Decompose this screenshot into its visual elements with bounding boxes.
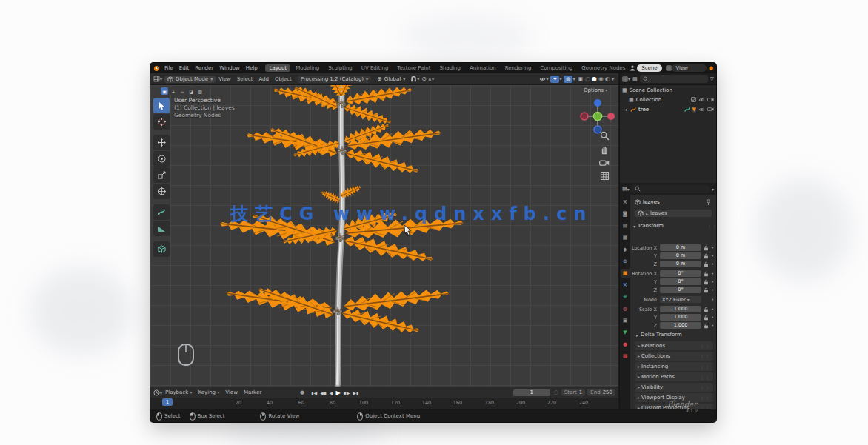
proportional-falloff-icon[interactable]: ∧▾ (428, 76, 434, 82)
workspace-tab-geometry-nodes[interactable]: Geometry Nodes (578, 64, 629, 72)
camera-icon[interactable] (707, 107, 714, 112)
section-collections[interactable]: ▸ Collections⋮⋮ (635, 352, 713, 361)
select-mode-extend[interactable]: + (170, 87, 177, 95)
tab-texture[interactable]: ▩ (621, 352, 630, 361)
workspace-tab-rendering[interactable]: Rendering (501, 64, 535, 72)
eye-icon[interactable] (698, 98, 705, 102)
lock-icon[interactable] (704, 279, 709, 285)
pin-icon[interactable] (706, 199, 711, 206)
camera-view-icon[interactable] (599, 159, 610, 167)
properties-options-icon[interactable]: ▾ (712, 187, 714, 192)
scene-selector[interactable]: Scene (637, 64, 661, 72)
outliner-row-tree[interactable]: ▸ tree ▼ (620, 104, 716, 114)
shading-rendered-icon[interactable]: ◐ (605, 76, 610, 82)
section-visibility[interactable]: ▸ Visibility⋮⋮ (635, 383, 713, 392)
decorator-dot[interactable]: • (711, 307, 714, 312)
scale-x-field[interactable]: 1.000 (660, 306, 701, 312)
eye-icon[interactable] (698, 107, 705, 112)
lock-icon[interactable] (704, 253, 709, 259)
camera-icon[interactable] (707, 97, 714, 102)
workspace-tab-modeling[interactable]: Modeling (292, 64, 323, 72)
rotation-x-field[interactable]: 0° (660, 270, 701, 277)
tool-scale[interactable] (153, 167, 170, 183)
lock-icon[interactable] (704, 245, 709, 251)
outliner-search-input[interactable] (640, 75, 708, 83)
tab-output[interactable]: ▤ (621, 221, 630, 230)
tab-tool[interactable]: ⚒ (621, 198, 630, 207)
tool-add-cube[interactable] (153, 241, 170, 257)
lock-icon[interactable] (704, 287, 709, 293)
menu-add[interactable]: Add (256, 76, 272, 82)
timeline-editor-icon[interactable]: ▾ (153, 389, 162, 396)
jump-to-start-button[interactable]: ▮◀ (310, 390, 318, 395)
frame-end-field[interactable]: End250 (587, 389, 615, 396)
new-view-layer-icon[interactable]: ● (709, 65, 713, 71)
shading-solid-icon[interactable]: ● (592, 76, 597, 82)
show-gizmo-icon[interactable]: ✦ (550, 76, 559, 83)
decorator-dot[interactable]: • (711, 271, 714, 277)
viewport-3d[interactable]: ▣ + − ◪ ▥ User Perspective (1) Collectio… (150, 85, 618, 387)
object-data-path[interactable]: ▸ leaves (635, 210, 712, 217)
zoom-icon[interactable] (599, 131, 610, 141)
snap-magnet-icon[interactable]: ▾ (410, 76, 419, 82)
workspace-tab-animation[interactable]: Animation (466, 64, 500, 72)
scale-z-field[interactable]: 1.000 (660, 322, 701, 329)
section-instancing[interactable]: ▸ Instancing⋮⋮ (635, 362, 713, 371)
auto-key-icon[interactable]: ● (300, 389, 304, 395)
rotation-z-field[interactable]: 0° (660, 287, 701, 293)
menu-help[interactable]: Help (243, 65, 261, 71)
menu-playback[interactable]: Playback ▾ (162, 389, 195, 395)
tool-cursor[interactable] (153, 114, 170, 130)
properties-search-input[interactable] (632, 185, 710, 193)
decorator-dot[interactable]: • (711, 315, 714, 321)
jump-to-end-button[interactable]: ▶▮ (352, 390, 359, 395)
xray-toggle-icon[interactable]: ▣ (578, 76, 583, 82)
tab-material[interactable]: ● (621, 340, 630, 349)
menu-edit[interactable]: Edit (176, 65, 193, 71)
menu-render[interactable]: Render (192, 65, 216, 71)
menu-object[interactable]: Object (272, 76, 295, 82)
tool-annotate[interactable] (153, 204, 170, 220)
object-visibility-icon[interactable]: ▾ (539, 76, 548, 81)
lock-icon[interactable] (704, 307, 709, 312)
location-x-field[interactable]: 0 m (660, 244, 701, 251)
shading-material-icon[interactable]: ◉ (598, 76, 604, 82)
scale-y-field[interactable]: 1.000 (660, 314, 701, 321)
lock-icon[interactable] (704, 271, 709, 277)
workspace-tab-shading[interactable]: Shading (436, 64, 464, 72)
select-mode-set[interactable]: ▣ (161, 87, 168, 95)
section-motion-paths[interactable]: ▸ Motion Paths⋮⋮ (635, 372, 713, 381)
outliner-filter-mode-icon[interactable]: ▤ (632, 76, 638, 82)
tab-render[interactable]: ◙ (621, 210, 630, 218)
menu-view-timeline[interactable]: View (222, 389, 241, 395)
navigation-gizmo[interactable] (577, 96, 618, 137)
menu-file[interactable]: File (161, 65, 176, 71)
location-z-field[interactable]: 0 m (660, 261, 701, 267)
transform-panel-header[interactable]: ▾Transform (633, 223, 664, 229)
play-reverse-button[interactable]: ◀ (329, 390, 334, 395)
workspace-tab-compositing[interactable]: Compositing (536, 64, 576, 72)
workspace-tab-texture-paint[interactable]: Texture Paint (393, 64, 434, 72)
workspace-tab-layout[interactable]: Layout (265, 64, 290, 72)
tool-move[interactable] (153, 135, 170, 150)
outliner-editor-icon[interactable]: ▾ (622, 76, 630, 82)
workspace-tab-sculpting[interactable]: Sculpting (324, 64, 356, 72)
viewport-options-dropdown[interactable]: Options ▾ (584, 87, 607, 93)
select-mode-intersect[interactable]: ▥ (196, 87, 204, 95)
shading-wireframe-icon[interactable]: ○ (585, 76, 590, 82)
decorator-dot[interactable]: • (711, 287, 714, 293)
menu-window[interactable]: Window (216, 65, 243, 71)
pan-hand-icon[interactable] (599, 145, 610, 155)
outliner-funnel-icon[interactable]: ▽ (710, 76, 714, 82)
tool-transform[interactable] (153, 184, 170, 199)
lock-icon[interactable] (704, 323, 709, 329)
keying-set-icon[interactable]: ◌ (554, 389, 558, 395)
select-mode-subtract[interactable]: − (178, 87, 186, 95)
blender-logo-icon[interactable] (153, 65, 160, 72)
menu-marker[interactable]: Marker (241, 389, 264, 395)
mode-dropdown[interactable]: Object Mode▾ (164, 76, 216, 83)
outliner-row-scene-collection[interactable]: ▦ Scene Collection (620, 85, 716, 95)
tool-asset-dropdown[interactable]: Processing 1.2 (Catalog)▾ (298, 76, 371, 83)
ortho-grid-icon[interactable] (599, 171, 610, 181)
delta-transform-section[interactable]: ▸Delta Transform (636, 332, 682, 338)
